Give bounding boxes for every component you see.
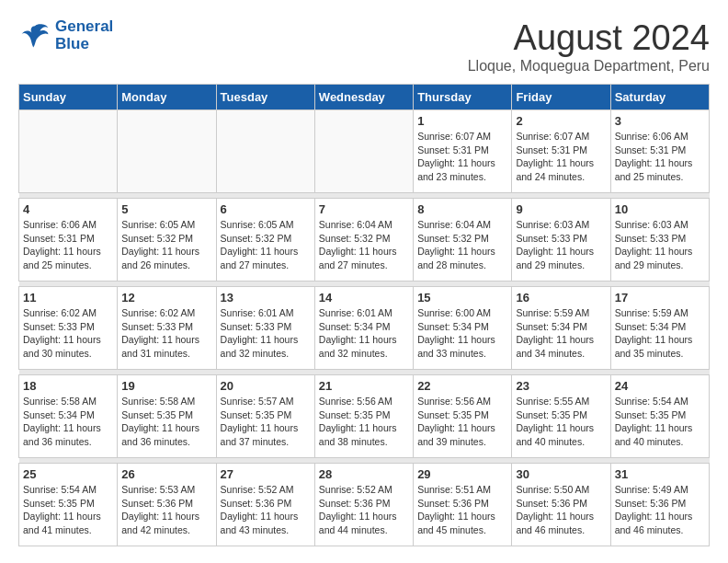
calendar-cell [19, 110, 118, 193]
day-info: Sunrise: 5:49 AM Sunset: 5:36 PM Dayligh… [615, 483, 705, 537]
day-info: Sunrise: 5:59 AM Sunset: 5:34 PM Dayligh… [615, 306, 705, 361]
day-number: 29 [417, 467, 507, 481]
day-number: 24 [615, 379, 705, 393]
day-number: 16 [516, 291, 606, 304]
day-number: 31 [615, 467, 705, 481]
calendar-cell: 30Sunrise: 5:50 AM Sunset: 5:36 PM Dayli… [512, 464, 610, 546]
day-number: 28 [319, 467, 409, 481]
day-info: Sunrise: 6:02 AM Sunset: 5:33 PM Dayligh… [121, 306, 211, 361]
logo: General Blue [18, 18, 113, 52]
calendar-cell: 14Sunrise: 6:01 AM Sunset: 5:34 PM Dayli… [314, 287, 413, 370]
day-info: Sunrise: 5:55 AM Sunset: 5:35 PM Dayligh… [516, 395, 606, 449]
calendar-header-row: SundayMondayTuesdayWednesdayThursdayFrid… [19, 85, 710, 110]
day-number: 13 [221, 291, 311, 304]
weekday-header: Monday [118, 85, 216, 110]
calendar-cell: 18Sunrise: 5:58 AM Sunset: 5:34 PM Dayli… [19, 375, 118, 458]
calendar-cell [314, 110, 413, 193]
calendar-title: August 2024 [468, 18, 710, 58]
day-info: Sunrise: 6:00 AM Sunset: 5:34 PM Dayligh… [417, 306, 507, 361]
day-number: 3 [615, 114, 705, 128]
calendar-cell: 4Sunrise: 6:06 AM Sunset: 5:31 PM Daylig… [19, 199, 118, 282]
day-info: Sunrise: 5:51 AM Sunset: 5:36 PM Dayligh… [417, 483, 507, 537]
weekday-header: Wednesday [314, 85, 413, 110]
calendar-cell: 23Sunrise: 5:55 AM Sunset: 5:35 PM Dayli… [512, 375, 610, 458]
calendar-subtitle: Lloque, Moquegua Department, Peru [468, 58, 710, 75]
day-info: Sunrise: 6:07 AM Sunset: 5:31 PM Dayligh… [516, 130, 606, 184]
day-number: 7 [319, 202, 409, 216]
day-info: Sunrise: 5:58 AM Sunset: 5:34 PM Dayligh… [23, 395, 113, 449]
calendar-cell: 12Sunrise: 6:02 AM Sunset: 5:33 PM Dayli… [118, 287, 216, 370]
calendar-cell: 5Sunrise: 6:05 AM Sunset: 5:32 PM Daylig… [118, 199, 216, 282]
calendar-cell [216, 110, 314, 193]
day-info: Sunrise: 5:59 AM Sunset: 5:34 PM Dayligh… [516, 306, 606, 361]
calendar-cell: 17Sunrise: 5:59 AM Sunset: 5:34 PM Dayli… [610, 287, 709, 370]
day-number: 5 [121, 202, 211, 216]
day-number: 21 [319, 379, 409, 393]
page-header: General Blue August 2024 Lloque, Moquegu… [18, 18, 710, 75]
calendar-week-row: 1Sunrise: 6:07 AM Sunset: 5:31 PM Daylig… [19, 110, 710, 193]
day-number: 11 [23, 291, 113, 304]
weekday-header: Tuesday [216, 85, 314, 110]
day-info: Sunrise: 5:54 AM Sunset: 5:35 PM Dayligh… [23, 483, 113, 537]
calendar-cell: 26Sunrise: 5:53 AM Sunset: 5:36 PM Dayli… [118, 464, 216, 546]
day-info: Sunrise: 5:52 AM Sunset: 5:36 PM Dayligh… [319, 483, 409, 537]
logo-icon [18, 19, 51, 52]
weekday-header: Saturday [610, 85, 709, 110]
calendar-cell: 2Sunrise: 6:07 AM Sunset: 5:31 PM Daylig… [512, 110, 610, 193]
day-info: Sunrise: 5:52 AM Sunset: 5:36 PM Dayligh… [221, 483, 311, 537]
day-number: 19 [121, 379, 211, 393]
day-info: Sunrise: 6:01 AM Sunset: 5:34 PM Dayligh… [319, 306, 409, 361]
calendar-cell: 27Sunrise: 5:52 AM Sunset: 5:36 PM Dayli… [216, 464, 314, 546]
calendar-cell: 28Sunrise: 5:52 AM Sunset: 5:36 PM Dayli… [314, 464, 413, 546]
day-info: Sunrise: 6:04 AM Sunset: 5:32 PM Dayligh… [417, 218, 507, 272]
day-info: Sunrise: 6:03 AM Sunset: 5:33 PM Dayligh… [516, 218, 606, 272]
calendar-week-row: 18Sunrise: 5:58 AM Sunset: 5:34 PM Dayli… [19, 375, 710, 458]
day-number: 9 [516, 202, 606, 216]
calendar-cell: 21Sunrise: 5:56 AM Sunset: 5:35 PM Dayli… [314, 375, 413, 458]
day-number: 14 [319, 291, 409, 304]
calendar-cell: 7Sunrise: 6:04 AM Sunset: 5:32 PM Daylig… [314, 199, 413, 282]
day-info: Sunrise: 6:06 AM Sunset: 5:31 PM Dayligh… [23, 218, 113, 272]
day-number: 6 [221, 202, 311, 216]
day-number: 2 [516, 114, 606, 128]
day-info: Sunrise: 6:05 AM Sunset: 5:32 PM Dayligh… [121, 218, 211, 272]
day-info: Sunrise: 5:50 AM Sunset: 5:36 PM Dayligh… [516, 483, 606, 537]
calendar-cell: 20Sunrise: 5:57 AM Sunset: 5:35 PM Dayli… [216, 375, 314, 458]
logo-text: General Blue [55, 18, 113, 52]
day-number: 4 [23, 202, 113, 216]
calendar-cell: 22Sunrise: 5:56 AM Sunset: 5:35 PM Dayli… [414, 375, 512, 458]
calendar-week-row: 25Sunrise: 5:54 AM Sunset: 5:35 PM Dayli… [19, 464, 710, 546]
calendar-cell: 6Sunrise: 6:05 AM Sunset: 5:32 PM Daylig… [216, 199, 314, 282]
day-number: 1 [417, 114, 507, 128]
day-info: Sunrise: 5:56 AM Sunset: 5:35 PM Dayligh… [319, 395, 409, 449]
day-number: 25 [23, 467, 113, 481]
day-info: Sunrise: 6:05 AM Sunset: 5:32 PM Dayligh… [221, 218, 311, 272]
day-info: Sunrise: 6:02 AM Sunset: 5:33 PM Dayligh… [23, 306, 113, 361]
calendar-week-row: 11Sunrise: 6:02 AM Sunset: 5:33 PM Dayli… [19, 287, 710, 370]
day-info: Sunrise: 6:03 AM Sunset: 5:33 PM Dayligh… [615, 218, 705, 272]
day-number: 17 [615, 291, 705, 304]
calendar-cell: 9Sunrise: 6:03 AM Sunset: 5:33 PM Daylig… [512, 199, 610, 282]
day-info: Sunrise: 5:54 AM Sunset: 5:35 PM Dayligh… [615, 395, 705, 449]
day-number: 18 [23, 379, 113, 393]
calendar-cell: 15Sunrise: 6:00 AM Sunset: 5:34 PM Dayli… [414, 287, 512, 370]
calendar-cell: 8Sunrise: 6:04 AM Sunset: 5:32 PM Daylig… [414, 199, 512, 282]
calendar-cell: 24Sunrise: 5:54 AM Sunset: 5:35 PM Dayli… [610, 375, 709, 458]
title-block: August 2024 Lloque, Moquegua Department,… [468, 18, 710, 75]
day-number: 23 [516, 379, 606, 393]
day-number: 22 [417, 379, 507, 393]
day-info: Sunrise: 5:56 AM Sunset: 5:35 PM Dayligh… [417, 395, 507, 449]
calendar-cell [118, 110, 216, 193]
day-number: 10 [615, 202, 705, 216]
weekday-header: Thursday [414, 85, 512, 110]
calendar-cell: 10Sunrise: 6:03 AM Sunset: 5:33 PM Dayli… [610, 199, 709, 282]
calendar-table: SundayMondayTuesdayWednesdayThursdayFrid… [18, 84, 710, 546]
calendar-cell: 1Sunrise: 6:07 AM Sunset: 5:31 PM Daylig… [414, 110, 512, 193]
calendar-cell: 29Sunrise: 5:51 AM Sunset: 5:36 PM Dayli… [414, 464, 512, 546]
weekday-header: Friday [512, 85, 610, 110]
day-number: 20 [221, 379, 311, 393]
calendar-cell: 3Sunrise: 6:06 AM Sunset: 5:31 PM Daylig… [610, 110, 709, 193]
day-info: Sunrise: 5:53 AM Sunset: 5:36 PM Dayligh… [121, 483, 211, 537]
calendar-cell: 16Sunrise: 5:59 AM Sunset: 5:34 PM Dayli… [512, 287, 610, 370]
day-info: Sunrise: 6:06 AM Sunset: 5:31 PM Dayligh… [615, 130, 705, 184]
